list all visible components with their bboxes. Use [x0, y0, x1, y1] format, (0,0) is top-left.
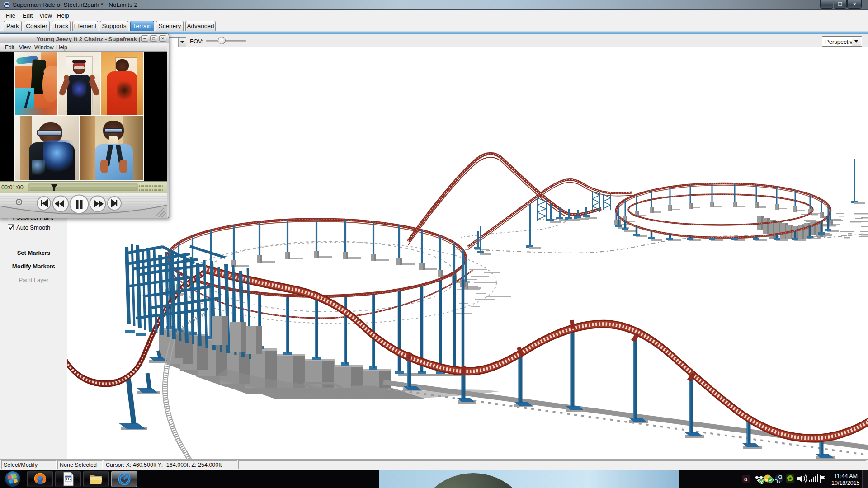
- svg-text:00:01:00: 00:01:00: [1, 184, 24, 191]
- svg-text:11:44 AM: 11:44 AM: [834, 473, 858, 479]
- svg-text:10/18/2015: 10/18/2015: [831, 480, 860, 486]
- svg-text:a: a: [744, 476, 747, 482]
